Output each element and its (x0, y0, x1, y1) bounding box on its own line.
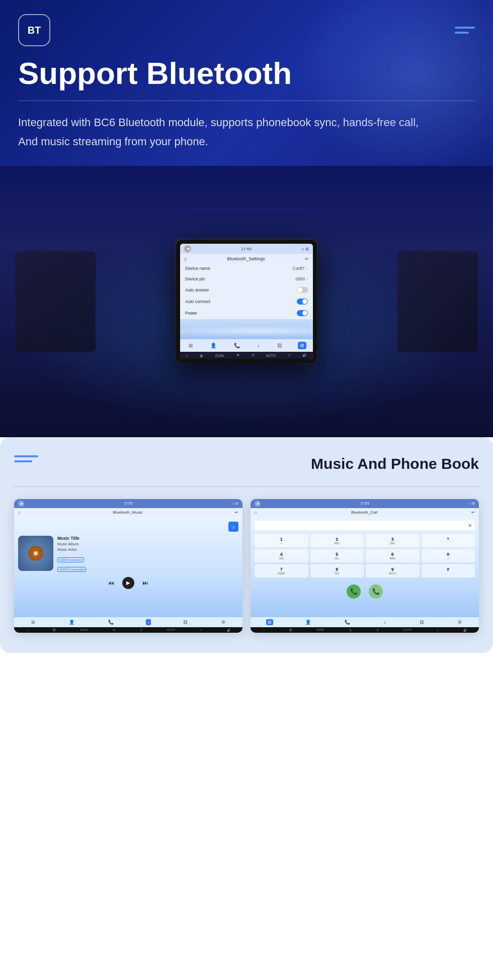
call-dial-btn[interactable]: 📞 (347, 584, 361, 599)
call-back-btn[interactable]: ◀ (255, 501, 261, 507)
bt-logo: BT (18, 14, 50, 46)
mb-temp[interactable]: ↗ (200, 628, 202, 632)
play-btn[interactable]: ▶ (122, 577, 134, 589)
cb-home[interactable]: ⌂ (263, 628, 265, 632)
hero-divider (18, 101, 475, 101)
home-icon[interactable]: ⌂ (184, 256, 187, 261)
dial-4[interactable]: 4GHI (255, 549, 308, 562)
cn-person[interactable]: 👤 (304, 619, 312, 625)
call-back-arrow[interactable]: ↩ (471, 510, 475, 515)
mn-grid[interactable]: ⊞ (30, 619, 37, 625)
mn-phone[interactable]: 📞 (107, 619, 115, 625)
music-back-arrow[interactable]: ↩ (235, 510, 238, 515)
power-toggle[interactable] (297, 310, 308, 316)
nav-phone-icon[interactable]: 📞 (232, 342, 242, 349)
nav-settings-icon[interactable]: ⚙ (298, 342, 306, 349)
dial-8[interactable]: 8TUV (310, 564, 364, 577)
mb-home[interactable]: ⌂ (26, 628, 28, 632)
nav-link-icon[interactable]: ⛓ (275, 342, 284, 349)
screen-bottom-bar: ⌂ ⏻ DUAL ❄ ↺ AUTO ↗ 🔊 (180, 352, 313, 359)
dial-7[interactable]: 7PQRS (255, 564, 308, 577)
dial-0[interactable]: 0+ (422, 549, 475, 562)
cb-vol[interactable]: 🔊 (463, 628, 467, 632)
bottom-home[interactable]: ⌂ (186, 354, 188, 357)
nav-music-icon[interactable]: ♪ (255, 342, 262, 349)
dial-9[interactable]: 9WXYZ (366, 564, 420, 577)
bottom-recirculate[interactable]: ↺ (252, 353, 255, 357)
device-name-row[interactable]: Device name CarBT › (180, 263, 313, 274)
lower-header: Music And Phone Book (14, 455, 479, 472)
mn-link[interactable]: ⛓ (182, 619, 189, 625)
hero-description: Integrated with BC6 Bluetooth module, su… (18, 113, 475, 151)
call-clear-btn[interactable]: ✕ (468, 523, 472, 528)
bottom-vol[interactable]: 🔊 (302, 353, 307, 357)
mb-ac[interactable]: ❄ (113, 628, 115, 632)
cn-phone[interactable]: 📞 (343, 619, 352, 625)
back-arrow-icon[interactable]: ↩ (305, 256, 309, 261)
cb-temp[interactable]: ↗ (436, 628, 439, 632)
auto-connect-toggle[interactable] (297, 299, 308, 305)
mn-person[interactable]: 👤 (67, 619, 76, 625)
bottom-arrows[interactable]: ↗ (288, 353, 291, 357)
mn-settings[interactable]: ⚙ (220, 619, 227, 625)
device-frame: ◀ 17:53 ⌂⊟ ⌂ Bluetooth_Settings ↩ (176, 240, 317, 363)
menu-icon[interactable] (455, 27, 475, 34)
cb-recirc[interactable]: ↺ (376, 628, 379, 632)
call-bottom-bar: ⌂ ⏻ DUAL ❄ ↺ AUTO ↗ 🔊 (251, 627, 479, 633)
call-status-bar: ◀ 17:53 ⌂ ⊟ (251, 499, 479, 508)
music-note-icon: ♪ (228, 522, 238, 532)
call-input-row: ✕ (255, 521, 475, 530)
music-title: Music Title (57, 536, 238, 541)
music-back-btn[interactable]: ◀ (18, 501, 24, 507)
prev-btn[interactable]: ⏮ (108, 579, 114, 586)
bottom-ac[interactable]: ❄ (236, 353, 239, 357)
hero-section: BT Support Bluetooth Integrated with BC6… (0, 0, 493, 437)
screen-wave (180, 319, 313, 339)
cn-grid[interactable]: ⊞ (266, 619, 273, 625)
device-pin-row[interactable]: Device pin 0000 › (180, 274, 313, 284)
cn-link[interactable]: ⛓ (418, 619, 426, 625)
music-home-icon[interactable]: ⌂ (18, 510, 21, 515)
bottom-auto: AUTO (266, 354, 276, 357)
dial-hash[interactable]: # (422, 564, 475, 577)
music-controls: ⏮ ▶ ⏭ (18, 573, 238, 593)
bt-settings-header: ⌂ Bluetooth_Settings ↩ (180, 254, 313, 263)
cn-music[interactable]: ♪ (382, 619, 388, 625)
hero-title: Support Bluetooth (18, 56, 475, 90)
call-status-icons: ⌂ ⊟ (469, 502, 475, 506)
nav-grid-icon[interactable]: ⊞ (187, 342, 195, 349)
next-btn[interactable]: ⏭ (142, 579, 148, 586)
dial-2[interactable]: 2ABC (310, 534, 364, 547)
car-section: ◀ 17:53 ⌂⊟ ⌂ Bluetooth_Settings ↩ (0, 166, 493, 437)
lower-title: Music And Phone Book (311, 455, 479, 472)
mb-power[interactable]: ⏻ (53, 628, 56, 632)
cb-dual: DUAL (316, 628, 324, 632)
dial-1[interactable]: 1— (255, 534, 308, 547)
cn-settings[interactable]: ⚙ (456, 619, 463, 625)
bottom-power[interactable]: ⏻ (200, 354, 203, 357)
power-row[interactable]: Power (180, 308, 313, 319)
dial-5[interactable]: 5JKL (310, 549, 364, 562)
cb-power[interactable]: ⏻ (289, 628, 292, 632)
call-action-btns: 📞 📞 (255, 581, 475, 602)
cb-auto: AUTO (403, 628, 412, 632)
nav-person-icon[interactable]: 👤 (208, 342, 218, 349)
auto-answer-toggle[interactable] (297, 287, 308, 293)
mb-vol[interactable]: 🔊 (227, 628, 230, 632)
music-status-icons: ⌂ ⊟ (232, 502, 238, 506)
screen-nav: ⊞ 👤 📞 ♪ ⛓ ⚙ (180, 339, 313, 352)
dial-star[interactable]: * (422, 534, 475, 547)
call-redial-btn[interactable]: 📞 (369, 584, 383, 599)
call-home-icon[interactable]: ⌂ (255, 510, 257, 515)
album-art (18, 536, 53, 571)
auto-answer-row[interactable]: Auto answer (180, 284, 313, 296)
screen-back-btn[interactable]: ◀ (184, 245, 191, 252)
dial-6[interactable]: 6MNO (366, 549, 420, 562)
device-screen: ◀ 17:53 ⌂⊟ ⌂ Bluetooth_Settings ↩ (180, 244, 313, 359)
cb-ac[interactable]: ❄ (349, 628, 352, 632)
mb-recirc[interactable]: ↺ (140, 628, 142, 632)
dial-3[interactable]: 3DEF (366, 534, 420, 547)
mn-music[interactable]: ♪ (146, 619, 151, 625)
call-screen-card: ◀ 17:53 ⌂ ⊟ ⌂ Bluetooth_Call ↩ ✕ 1— 2ABC… (251, 499, 479, 633)
auto-connect-row[interactable]: Auto connect (180, 296, 313, 308)
